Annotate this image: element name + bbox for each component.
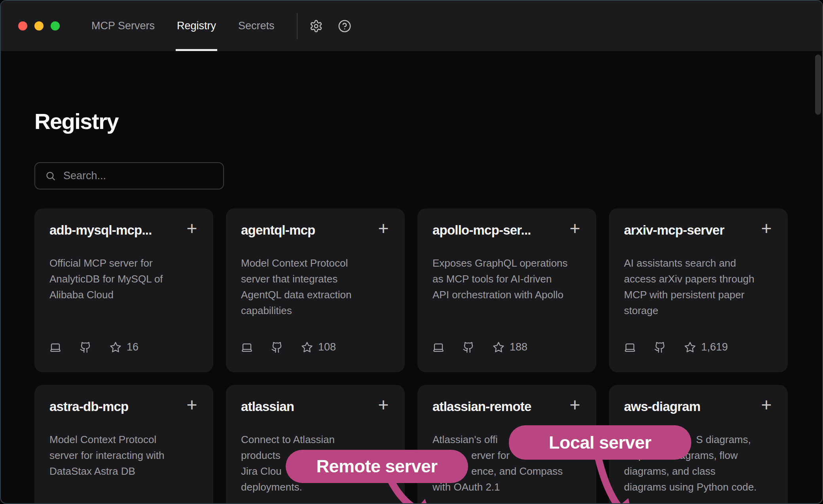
search-input[interactable] (63, 169, 214, 182)
star-icon (110, 341, 121, 353)
settings-button[interactable] (309, 19, 324, 34)
server-name: atlassian (241, 399, 375, 414)
server-name: adb-mysql-mcp... (49, 223, 184, 238)
add-server-button[interactable]: + (374, 219, 393, 238)
server-description-line: capabilities (241, 303, 391, 318)
star-count: 1,619 (701, 341, 728, 353)
server-description-line: Model Context Protocol (49, 432, 199, 447)
add-server-button[interactable]: + (182, 219, 201, 238)
server-meta: 1,619 (624, 341, 728, 353)
github-icon (271, 341, 283, 353)
app-window: MCP Servers Registry Secrets Registry ad… (0, 0, 823, 504)
star-count: 108 (318, 341, 336, 353)
search-icon (45, 171, 56, 181)
gear-icon (309, 19, 323, 33)
server-meta: 108 (241, 341, 336, 353)
server-card-apollo-mcp-server[interactable]: apollo-mcp-ser... + Exposes GraphQL oper… (417, 208, 596, 372)
add-server-button[interactable]: + (182, 395, 201, 414)
server-card-adb-mysql-mcp[interactable]: adb-mysql-mcp... + Official MCP server f… (34, 208, 213, 372)
server-description-line: Connect to Atlassian (241, 432, 391, 447)
window-controls (18, 21, 60, 30)
server-description-line: Alibaba Cloud (49, 287, 199, 303)
tab-registry[interactable]: Registry (177, 1, 216, 51)
main-nav: MCP Servers Registry Secrets (91, 1, 275, 51)
server-name: aws-diagram (624, 399, 759, 414)
server-card-agentql-mcp[interactable]: agentql-mcp + Model Context Protocolserv… (226, 208, 405, 372)
star-icon (301, 341, 313, 353)
laptop-icon (49, 341, 61, 353)
add-server-button[interactable]: + (565, 395, 584, 414)
server-name: arxiv-mcp-server (624, 223, 759, 238)
add-server-button[interactable]: + (757, 395, 776, 414)
toolbar-divider (297, 13, 298, 39)
remote-server-label: Remote server (316, 456, 437, 477)
tab-secrets[interactable]: Secrets (238, 1, 275, 51)
server-card-arxiv-mcp-server[interactable]: arxiv-mcp-server + AI assistants search … (609, 208, 788, 372)
titlebar: MCP Servers Registry Secrets (1, 1, 822, 51)
server-description-line: AgentQL data extraction (241, 287, 391, 303)
github-icon (654, 341, 666, 353)
add-server-button[interactable]: + (757, 219, 776, 238)
server-meta: 16 (49, 341, 138, 353)
server-description-line: DataStax Astra DB (49, 463, 199, 479)
server-description: AI assistants search andaccess arXiv pap… (624, 255, 774, 318)
server-name: apollo-mcp-ser... (432, 223, 567, 238)
server-description-line: AnalyticDB for MySQL of (49, 271, 199, 287)
server-description-line: storage (624, 303, 774, 318)
server-description-line: server that integrates (241, 271, 391, 287)
add-server-button[interactable]: + (374, 395, 393, 414)
server-description: Exposes GraphQL operationsas MCP tools f… (432, 255, 582, 303)
star-icon (684, 341, 696, 353)
server-description-line: server for interacting with (49, 447, 199, 463)
scrollbar-thumb[interactable] (815, 55, 821, 115)
star-count: 188 (510, 341, 527, 353)
server-card-astra-db-mcp[interactable]: astra-db-mcp + Model Context Protocolser… (34, 385, 213, 504)
server-name: agentql-mcp (241, 223, 375, 238)
server-card-atlassian[interactable]: atlassian + Connect to Atlassianproducts… (226, 385, 405, 504)
laptop-icon (241, 341, 253, 353)
help-button[interactable] (337, 19, 352, 34)
server-description-line: access arXiv papers through (624, 271, 774, 287)
github-icon (80, 341, 91, 353)
laptop-icon (624, 341, 636, 353)
server-description-line: diagrams, and class (624, 463, 774, 479)
server-description-line: Model Context Protocol (241, 255, 391, 271)
minimize-button[interactable] (34, 21, 44, 30)
server-description-line: MCP with persistent paper (624, 287, 774, 303)
page-title: Registry (34, 109, 118, 134)
remote-server-badge: Remote server (286, 450, 468, 483)
server-description-line: diagrams using Python code. (624, 479, 774, 495)
laptop-icon (432, 341, 444, 353)
server-name: astra-db-mcp (49, 399, 184, 414)
search-box (34, 162, 224, 189)
github-icon (463, 341, 474, 353)
tab-mcp-servers[interactable]: MCP Servers (91, 1, 155, 51)
local-server-badge: Local server (509, 425, 691, 460)
help-icon (338, 19, 351, 33)
server-description-line: AI assistants search and (624, 255, 774, 271)
server-description: Official MCP server forAnalyticDB for My… (49, 255, 199, 303)
server-description-line: Official MCP server for (49, 255, 199, 271)
server-description-line: Exposes GraphQL operations (432, 255, 582, 271)
zoom-button[interactable] (51, 21, 60, 30)
star-count: 16 (127, 341, 138, 353)
close-button[interactable] (18, 21, 27, 30)
server-description: Model Context Protocolserver that integr… (241, 255, 391, 318)
server-meta: 188 (432, 341, 527, 353)
add-server-button[interactable]: + (565, 219, 584, 238)
local-server-label: Local server (549, 432, 651, 453)
server-description-line: as MCP tools for AI-driven (432, 271, 582, 287)
server-description-line: API orchestration with Apollo (432, 287, 582, 303)
server-description: Model Context Protocolserver for interac… (49, 432, 199, 479)
server-name: atlassian-remote (432, 399, 567, 414)
registry-page: Registry adb-mysql-mcp... + Official MCP… (1, 51, 822, 504)
star-icon (493, 341, 504, 353)
